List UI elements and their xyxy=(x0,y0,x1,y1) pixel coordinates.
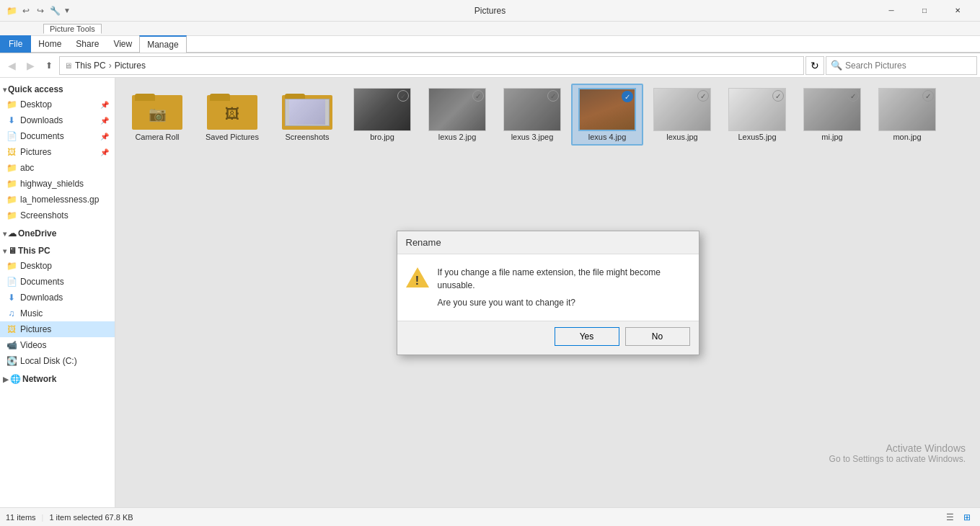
search-input[interactable] xyxy=(845,61,972,71)
folder-highway-icon: 📁 xyxy=(6,178,17,190)
network-header[interactable]: ▶ 🌐 Network xyxy=(0,372,115,386)
maximize-button[interactable]: □ xyxy=(908,0,941,22)
window-controls: ─ □ ✕ xyxy=(875,0,974,22)
quick-access-label: Quick access xyxy=(8,84,63,94)
search-box[interactable]: 🔍 xyxy=(826,56,977,75)
pin-icon: 📌 xyxy=(100,101,109,109)
dialog-no-button[interactable]: No xyxy=(625,327,690,346)
details-view-button[interactable]: ☰ xyxy=(943,510,957,525)
status-item-count: 11 items xyxy=(6,513,36,522)
documents-icon: 📄 xyxy=(6,130,17,142)
status-selected-info: 1 item selected 67.8 KB xyxy=(49,513,133,522)
address-bar: ◀ ▶ ⬆ 🖥 This PC › Pictures ↻ 🔍 xyxy=(0,53,980,78)
sidebar-item-abc[interactable]: 📁 abc xyxy=(0,160,115,176)
sidebar: ▾ Quick access 📁 Desktop 📌 ⬇ Downloads 📌… xyxy=(0,78,115,507)
this-pc-section: ▾ 🖥 This PC 📁 Desktop 📄 Documents ⬇ Down… xyxy=(0,242,115,370)
network-label: Network xyxy=(22,374,56,384)
onedrive-cloud-icon: ☁ xyxy=(8,228,17,239)
desktop-folder-icon: 📁 xyxy=(6,99,17,110)
dialog-line1: If you change a file name extension, the… xyxy=(438,266,690,292)
title-bar: 📁 ↩ ↪ 🔧 ▼ Pictures ─ □ ✕ xyxy=(0,0,980,22)
collapse-arrow-icon: ▾ xyxy=(3,247,6,255)
picture-tools-context-label: Picture Tools xyxy=(43,24,102,34)
sidebar-item-downloads-pc[interactable]: ⬇ Downloads xyxy=(0,290,115,306)
sidebar-item-documents-pc[interactable]: 📄 Documents xyxy=(0,274,115,290)
large-icons-view-button[interactable]: ⊞ xyxy=(960,510,974,525)
collapse-arrow-icon: ▾ xyxy=(3,86,6,94)
tab-share[interactable]: Share xyxy=(69,35,106,53)
pin-icon: 📌 xyxy=(100,133,109,141)
status-bar: 11 items | 1 item selected 67.8 KB ☰ ⊞ xyxy=(0,507,980,526)
dialog-title: Rename xyxy=(397,231,699,254)
dialog-yes-button[interactable]: Yes xyxy=(555,327,619,346)
desktop-folder-icon2: 📁 xyxy=(6,260,17,272)
window-title: Pictures xyxy=(474,6,506,16)
documents-icon2: 📄 xyxy=(6,276,17,287)
sidebar-item-la[interactable]: 📁 la_homelessness.gp xyxy=(0,192,115,208)
dialog-line2: Are you sure you want to change it? xyxy=(438,296,690,309)
music-icon: ♫ xyxy=(6,308,17,319)
network-icon: 🌐 xyxy=(10,374,21,384)
rename-dialog: Rename ! If you change a file name exten… xyxy=(397,231,699,355)
properties-icon[interactable]: 🔧 xyxy=(49,5,61,17)
pin-icon: 📌 xyxy=(100,148,109,156)
this-pc-header[interactable]: ▾ 🖥 This PC xyxy=(0,244,115,258)
minimize-button[interactable]: ─ xyxy=(875,0,908,22)
forward-button[interactable]: ▶ xyxy=(22,57,39,74)
folder-screenshots-icon: 📁 xyxy=(6,210,17,221)
onedrive-section: ▾ ☁ OneDrive xyxy=(0,225,115,242)
quick-access-section: ▾ Quick access 📁 Desktop 📌 ⬇ Downloads 📌… xyxy=(0,81,115,225)
tab-file[interactable]: File xyxy=(0,35,31,53)
close-button[interactable]: ✕ xyxy=(941,0,974,22)
pictures-icon: 🖼 xyxy=(6,146,17,158)
tab-home[interactable]: Home xyxy=(31,35,69,53)
onedrive-header[interactable]: ▾ ☁ OneDrive xyxy=(0,226,115,241)
tab-manage[interactable]: Manage xyxy=(139,35,186,53)
videos-icon: 📹 xyxy=(6,339,17,351)
downloads-icon: ⬇ xyxy=(6,115,17,126)
breadcrumb-this-pc-icon: 🖥 xyxy=(64,61,72,70)
status-view-controls: ☰ ⊞ xyxy=(943,510,974,525)
breadcrumb: This PC › Pictures xyxy=(75,61,146,71)
dialog-footer: Yes No xyxy=(397,321,699,355)
ribbon: Picture Tools File Home Share View Manag… xyxy=(0,22,980,53)
dialog-overlay: Rename ! If you change a file name exten… xyxy=(115,78,980,507)
sidebar-item-videos-pc[interactable]: 📹 Videos xyxy=(0,337,115,353)
this-pc-label: This PC xyxy=(18,246,50,256)
address-box[interactable]: 🖥 This PC › Pictures xyxy=(59,56,804,75)
sidebar-item-localdisk-pc[interactable]: 💽 Local Disk (C:) xyxy=(0,353,115,369)
sidebar-item-screenshots-quick[interactable]: 📁 Screenshots xyxy=(0,208,115,223)
sidebar-item-pictures-quick[interactable]: 🖼 Pictures 📌 xyxy=(0,144,115,160)
quick-access-toolbar: 📁 ↩ ↪ 🔧 ▼ xyxy=(6,5,71,17)
redo-icon[interactable]: ↪ xyxy=(35,5,46,17)
sidebar-item-downloads-quick[interactable]: ⬇ Downloads 📌 xyxy=(0,112,115,128)
this-pc-icon: 🖥 xyxy=(8,246,17,256)
sidebar-item-desktop-pc[interactable]: 📁 Desktop xyxy=(0,258,115,274)
sidebar-item-music-pc[interactable]: ♫ Music xyxy=(0,306,115,321)
sidebar-item-highway[interactable]: 📁 highway_shields xyxy=(0,176,115,192)
undo-icon[interactable]: ↩ xyxy=(20,5,32,17)
sidebar-item-pictures-pc[interactable]: 🖼 Pictures xyxy=(0,321,115,337)
folder-icon: 📁 xyxy=(6,5,17,17)
search-icon: 🔍 xyxy=(831,60,842,71)
breadcrumb-pictures[interactable]: Pictures xyxy=(115,61,146,71)
sidebar-item-documents-quick[interactable]: 📄 Documents 📌 xyxy=(0,128,115,144)
up-button[interactable]: ⬆ xyxy=(40,57,58,74)
drive-icon: 💽 xyxy=(6,355,17,367)
dialog-message: If you change a file name extension, the… xyxy=(438,266,690,309)
quick-access-header[interactable]: ▾ Quick access xyxy=(0,82,115,97)
ribbon-context-label-strip: Picture Tools xyxy=(0,22,980,36)
dropdown-arrow-icon[interactable]: ▼ xyxy=(63,6,71,14)
breadcrumb-this-pc[interactable]: This PC xyxy=(75,61,106,71)
tab-view[interactable]: View xyxy=(106,35,139,53)
refresh-button[interactable]: ↻ xyxy=(805,56,824,75)
sidebar-item-desktop-quick[interactable]: 📁 Desktop 📌 xyxy=(0,97,115,112)
collapse-arrow-icon: ▾ xyxy=(3,230,6,238)
folder-la-icon: 📁 xyxy=(6,194,17,205)
folder-abc-icon: 📁 xyxy=(6,162,17,174)
ribbon-tabs-row: File Home Share View Manage xyxy=(0,36,980,53)
network-section: ▶ 🌐 Network xyxy=(0,370,115,388)
back-button[interactable]: ◀ xyxy=(3,57,20,74)
pin-icon: 📌 xyxy=(100,117,109,125)
onedrive-label: OneDrive xyxy=(18,228,56,239)
